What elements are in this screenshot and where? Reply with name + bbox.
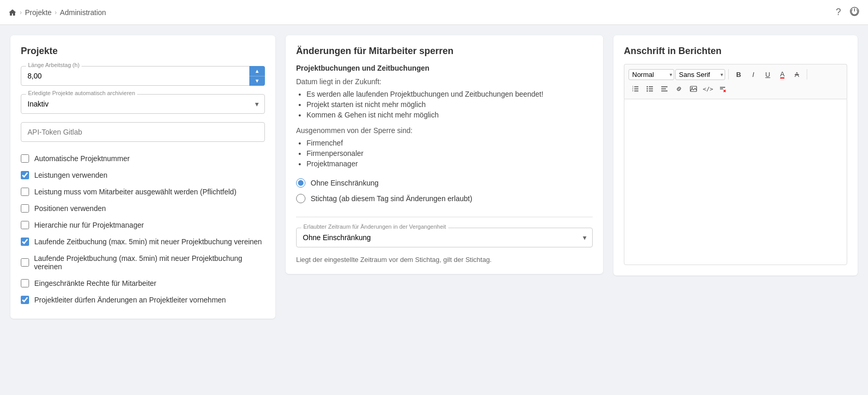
rte-font-select[interactable]: Sans Serif Serif Monospace [675, 69, 725, 80]
breadcrumb-sep-2: › [55, 9, 57, 16]
number-spinners: ▲ ▼ [249, 66, 265, 86]
archive-select-wrap: Erledigte Projekte automatisch archivier… [21, 94, 265, 114]
checkbox-auto-projektnummer: Automatische Projektnummer [21, 150, 265, 167]
radio-stichtag: Stichtag (ab diesem Tag sind Änderungen … [296, 191, 593, 206]
checkbox-eingeschraenkte-label: Eingeschränkte Rechte für Mitarbeiter [34, 279, 156, 287]
rte-font-color-button[interactable]: A [776, 68, 789, 81]
rte-style-select-wrap: Normal Heading 1 Heading 2 Heading 3 [629, 69, 674, 80]
checkbox-projektleiter: Projektleiter dürfen Änderungen an Proje… [21, 292, 265, 308]
rte-font-strikethrough-button[interactable]: A [790, 68, 804, 81]
checkbox-zeitbuchung: Laufende Zeitbuchung (max. 5min) mit neu… [21, 233, 265, 250]
bullet-excluded-2: Firmenpersonaler [306, 149, 593, 157]
checkbox-zeitbuchung-label: Laufende Zeitbuchung (max. 5min) mit neu… [34, 238, 262, 246]
help-icon[interactable]: ? [836, 7, 841, 18]
panel-anschrift-title: Anschrift in Berichten [624, 46, 847, 57]
divider [296, 217, 593, 217]
gitlab-token-input[interactable] [21, 122, 265, 142]
rte-image-button[interactable] [687, 82, 700, 96]
checkbox-projektbuchung: Laufende Projektbuchung (max. 5min) mit … [21, 250, 265, 275]
zeitraum-footer: Liegt der eingestellte Zeitraum vor dem … [296, 256, 593, 264]
checkbox-auto-projektnummer-input[interactable] [21, 154, 29, 163]
svg-text:3: 3 [632, 89, 634, 92]
spinner-up[interactable]: ▲ [249, 66, 265, 76]
bullet-excluded-1: Firmenchef [306, 139, 593, 147]
bullet-future-3: Kommen & Gehen ist nicht mehr möglich [306, 111, 593, 119]
archive-label: Erledigte Projekte automatisch archivier… [26, 90, 137, 96]
checkbox-zeitbuchung-input[interactable] [21, 238, 29, 246]
checkbox-leistung-pflicht-input[interactable] [21, 188, 29, 196]
checkboxes-container: Automatische Projektnummer Leistungen ve… [21, 150, 265, 308]
topbar-actions: ? [836, 6, 860, 18]
radio-ohne-einschraenkung-label: Ohne Einschränkung [311, 179, 379, 187]
radio-ohne-einschraenkung-input[interactable] [296, 178, 305, 188]
checkbox-leistungen-label: Leistungen verwenden [34, 171, 108, 179]
rte-align-button[interactable] [658, 82, 671, 96]
checkbox-positionen-label: Positionen verwenden [34, 204, 106, 213]
section-subtitle: Projektbuchungen und Zeitbuchungen [296, 64, 593, 72]
rte-code-button[interactable]: </> [701, 82, 715, 96]
rte-format-group: B I U A A [732, 68, 804, 81]
rte-clear-button[interactable] [716, 82, 729, 96]
power-icon[interactable] [849, 6, 860, 18]
rte-underline-button[interactable]: U [761, 68, 774, 81]
zeitraum-label: Erlaubter Zeitraum für Änderungen in der… [301, 223, 448, 230]
archive-select[interactable]: Inaktiv Täglich Wöchentlich Monatlich [21, 94, 265, 114]
main-content: Projekte Länge Arbeitstag (h) ▲ ▼ Erledi… [0, 25, 868, 329]
rte-bold-button[interactable]: B [732, 68, 745, 81]
zeitraum-select[interactable]: Ohne Einschränkung 1 Woche 2 Wochen 1 Mo… [296, 228, 593, 247]
bullet-future-1: Es werden alle laufenden Projektbuchunge… [306, 90, 593, 98]
checkbox-positionen-input[interactable] [21, 204, 29, 213]
spinner-down[interactable]: ▼ [249, 76, 265, 86]
bullets-future: Es werden alle laufenden Projektbuchunge… [296, 90, 593, 119]
rte-style-group: Normal Heading 1 Heading 2 Heading 3 San… [629, 69, 725, 80]
topbar: › Projekte › Administration ? [0, 0, 868, 25]
rte-italic-button[interactable]: I [746, 68, 760, 81]
checkbox-projektleiter-input[interactable] [21, 296, 29, 304]
checkbox-projektbuchung-label: Laufende Projektbuchung (max. 5min) mit … [34, 254, 265, 271]
gitlab-token-wrap [21, 122, 265, 142]
checkbox-projektleiter-label: Projektleiter dürfen Änderungen an Proje… [34, 296, 226, 304]
panel-sperren: Änderungen für Mitarbeiter sperren Proje… [286, 35, 603, 274]
home-icon[interactable] [8, 8, 17, 17]
rte-content-area[interactable] [624, 99, 847, 265]
checkbox-leistung-pflicht-label: Leistung muss vom Mitarbeiter ausgewählt… [34, 188, 236, 196]
panel-projekte-title: Projekte [21, 46, 265, 57]
breadcrumb-projekte[interactable]: Projekte [25, 8, 51, 17]
panel-sperren-title: Änderungen für Mitarbeiter sperren [296, 46, 593, 57]
checkbox-eingeschraenkte-input[interactable] [21, 279, 29, 287]
radio-stichtag-label: Stichtag (ab diesem Tag sind Änderungen … [311, 194, 472, 203]
work-day-label: Länge Arbeitstag (h) [26, 62, 82, 68]
rte-ordered-list-button[interactable]: 123 [629, 82, 642, 96]
svg-point-8 [647, 86, 648, 87]
breadcrumb-sep-1: › [20, 9, 22, 16]
rte-unordered-list-button[interactable] [643, 82, 657, 96]
rte-sep-1 [728, 69, 729, 80]
excluded-label: Ausgenommen von der Sperre sind: [296, 126, 593, 135]
svg-point-10 [647, 90, 648, 91]
checkbox-leistungen: Leistungen verwenden [21, 167, 265, 183]
bullet-future-2: Projekt starten ist nicht mehr möglich [306, 100, 593, 109]
panel-anschrift: Anschrift in Berichten Normal Heading 1 … [613, 35, 858, 275]
breadcrumb-administration: Administration [60, 8, 106, 17]
zeitraum-select-wrap: Erlaubter Zeitraum für Änderungen in der… [296, 228, 593, 247]
rte-list-group: 123 </> [629, 82, 729, 96]
date-label: Datum liegt in der Zukunft: [296, 77, 593, 86]
rte-style-select[interactable]: Normal Heading 1 Heading 2 Heading 3 [629, 69, 674, 80]
rte-font-select-wrap: Sans Serif Serif Monospace [675, 69, 725, 80]
checkbox-hierarchie-label: Hierarchie nur für Projektmanager [34, 221, 144, 229]
radio-stichtag-input[interactable] [296, 194, 305, 203]
rte-sep-2 [807, 69, 807, 80]
checkbox-auto-projektnummer-label: Automatische Projektnummer [34, 154, 130, 163]
rte-link-button[interactable] [672, 82, 686, 96]
bullet-excluded-3: Projektmanager [306, 160, 593, 168]
checkbox-hierarchie-input[interactable] [21, 221, 29, 229]
svg-point-9 [647, 88, 648, 89]
work-day-input-wrap: Länge Arbeitstag (h) ▲ ▼ [21, 66, 265, 86]
checkbox-leistungen-input[interactable] [21, 171, 29, 179]
checkbox-projektbuchung-input[interactable] [21, 258, 29, 267]
checkbox-eingeschraenkte: Eingeschränkte Rechte für Mitarbeiter [21, 275, 265, 292]
work-day-input[interactable] [21, 66, 265, 86]
radio-ohne-einschraenkung: Ohne Einschränkung [296, 175, 593, 191]
checkbox-positionen: Positionen verwenden [21, 200, 265, 217]
breadcrumb: › Projekte › Administration [8, 8, 106, 17]
